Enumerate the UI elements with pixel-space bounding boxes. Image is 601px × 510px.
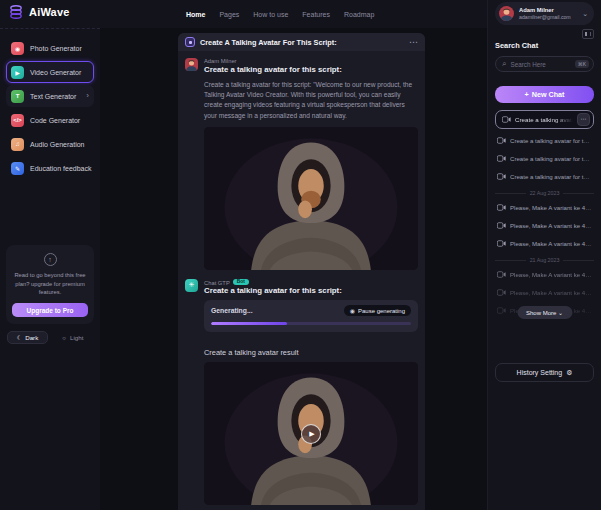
upgrade-text: Read to go beyond this free plan? upgrad…: [12, 271, 88, 297]
history-date-divider: 21 Aug 2023: [495, 257, 594, 263]
nav-features[interactable]: Features: [302, 11, 330, 18]
sidebar-item-video-generator[interactable]: ▶ Video Generator: [6, 61, 94, 83]
nav-home[interactable]: Home: [186, 11, 205, 18]
theme-toggle: ☾ Dark ☼ Light: [6, 331, 94, 344]
new-chat-button[interactable]: + New Chat: [495, 86, 594, 103]
avatar-result-video: ▶: [204, 362, 418, 505]
right-sidebar: Adam Milner adamilner@gmail.com ⌄ Search…: [487, 0, 601, 510]
progress-fill: [211, 322, 287, 325]
dark-mode-button[interactable]: ☾ Dark: [7, 331, 49, 344]
user-profile-chip[interactable]: Adam Milner adamilner@gmail.com ⌄: [495, 2, 594, 25]
chat-title-icon: [185, 37, 195, 47]
avatar-source-image: [204, 127, 418, 270]
chat-history-item[interactable]: Create a talking avatar for this scrip: [495, 151, 594, 165]
chat-body: Adam Milner Create a talking avatar for …: [178, 51, 425, 510]
light-mode-button[interactable]: ☼ Light: [51, 331, 93, 344]
bot-message-author: Chat GTPBot: [204, 279, 342, 286]
chat-history-item[interactable]: Please, Make A variant ke 4 varian: [495, 200, 594, 214]
sidebar-item-photo-generator[interactable]: ◉ Photo Generator: [6, 37, 94, 59]
chat-history-item[interactable]: Create a talking avatar for this scrip: [495, 169, 594, 183]
video-camera-icon: [497, 222, 506, 229]
aiwave-logo-icon: [8, 4, 24, 20]
nav-how-to-use[interactable]: How to use: [253, 11, 288, 18]
chat-history-item[interactable]: Please, Make A variant ke 4 varian: [495, 218, 594, 232]
user-avatar: [499, 6, 514, 21]
play-icon: ▶: [309, 430, 314, 438]
result-label: Create a talking avatar result: [204, 348, 418, 357]
gear-icon: ⚙: [566, 369, 572, 377]
bot-avatar: ✳: [185, 279, 198, 292]
video-camera-icon: [497, 240, 506, 247]
text-generator-icon: T: [11, 90, 24, 103]
nav-pages[interactable]: Pages: [219, 11, 239, 18]
nav-roadmap[interactable]: Roadmap: [344, 11, 374, 18]
search-shortcut-badge: ⌘K: [575, 60, 589, 68]
search-icon: ⌕: [502, 60, 506, 68]
audio-generation-icon: ♫: [11, 138, 24, 151]
brand-name: AiWave: [29, 6, 70, 18]
user-message-body: Create a talking avatar for this script:…: [204, 80, 416, 121]
sidebar-item-education-feedback[interactable]: ✎ Education feedback: [6, 157, 94, 179]
user-name: Adam Milner: [519, 7, 571, 15]
chat-panel: Create A Talking Avatar For This Script:…: [178, 33, 425, 510]
upgrade-to-pro-button[interactable]: Upgrade to Pro: [12, 303, 88, 317]
photo-generator-icon: ◉: [11, 42, 24, 55]
plus-icon: +: [525, 90, 529, 99]
generating-label: Generating...: [211, 307, 253, 314]
user-message-heading: Create a talking avatar for this script:: [204, 65, 342, 74]
chat-menu-button[interactable]: ⋯: [409, 38, 418, 47]
chat-history-item[interactable]: Create a talking avatar for this scrip: [495, 133, 594, 147]
chat-item-menu-button[interactable]: ⋯: [577, 113, 590, 126]
user-avatar: [185, 58, 198, 71]
sun-icon: ☼: [61, 334, 67, 341]
top-nav: Home Pages How to use Features Roadmap: [186, 0, 374, 28]
upgrade-card: ↑ Read to go beyond this free plan? upgr…: [6, 245, 94, 324]
chat-header: Create A Talking Avatar For This Script:…: [178, 33, 425, 51]
moon-icon: ☾: [17, 334, 23, 341]
sidebar-item-code-generator[interactable]: </> Code Generator: [6, 109, 94, 131]
user-email: adamilner@gmail.com: [519, 14, 571, 20]
user-message-author: Adam Milner: [204, 58, 342, 64]
left-sidebar: ◉ Photo Generator ▶ Video Generator T Te…: [0, 28, 100, 510]
chat-title: Create A Talking Avatar For This Script:: [200, 38, 337, 47]
video-camera-icon: [497, 155, 506, 162]
video-camera-icon: [502, 116, 511, 123]
history-setting-button[interactable]: History Setting ⚙: [495, 363, 594, 382]
sidebar-item-audio-generation[interactable]: ♫ Audio Generation: [6, 133, 94, 155]
video-generator-icon: ▶: [11, 66, 24, 79]
bot-icon: ✳: [189, 281, 195, 289]
education-feedback-icon: ✎: [11, 162, 24, 175]
search-box: ⌕ ⌘K: [495, 56, 594, 72]
chevron-right-icon: ›: [86, 92, 89, 100]
video-camera-icon: [497, 271, 506, 278]
upgrade-arrow-icon: ↑: [44, 253, 57, 266]
search-input[interactable]: [510, 61, 570, 68]
history-date-divider: 22 Aug 2023: [495, 190, 594, 196]
aiwave-app: AiWave Home Pages How to use Features Ro…: [0, 0, 601, 510]
active-chat-item[interactable]: Create a talking avatar for this ⋯: [495, 110, 594, 129]
video-camera-icon: [497, 307, 506, 314]
sidebar-item-text-generator[interactable]: T Text Generator ›: [6, 85, 94, 107]
show-more-button[interactable]: Show More ⌄: [517, 306, 572, 319]
bot-message-heading: Create a talking avatar for this script:: [204, 286, 342, 295]
video-camera-icon: [497, 173, 506, 180]
user-message-header: Adam Milner Create a talking avatar for …: [185, 58, 418, 74]
search-chat-title: Search Chat: [495, 41, 594, 50]
video-camera-icon: [497, 137, 506, 144]
progress-track: [211, 322, 411, 325]
chat-history-item[interactable]: Please, Make A variant ke 4 varian: [495, 285, 594, 299]
sidebar-toggle-icon[interactable]: [582, 29, 594, 39]
bot-message-header: ✳ Chat GTPBot Create a talking avatar fo…: [185, 279, 418, 296]
chat-history-item[interactable]: Please, Make A variant ke 4 varian: [495, 236, 594, 250]
video-camera-icon: [497, 289, 506, 296]
generating-box: Generating... ◉ Pause generating: [204, 300, 418, 332]
chevron-down-icon: ⌄: [558, 310, 563, 316]
brand-logo[interactable]: AiWave: [8, 4, 70, 20]
bot-badge: Bot: [233, 279, 249, 285]
stop-icon: ◉: [350, 308, 355, 314]
video-camera-icon: [497, 204, 506, 211]
pause-generating-button[interactable]: ◉ Pause generating: [344, 305, 411, 316]
chevron-down-icon: ⌄: [582, 10, 588, 18]
play-button[interactable]: ▶: [301, 424, 321, 444]
chat-history-item[interactable]: Please, Make A variant ke 4 varian: [495, 267, 594, 281]
